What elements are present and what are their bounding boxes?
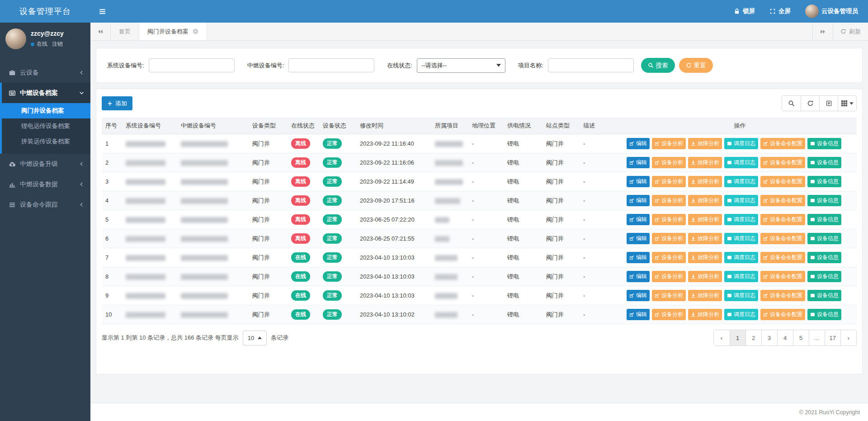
- edit-button[interactable]: 编辑: [627, 157, 650, 168]
- device-analysis-button[interactable]: 设备分析: [652, 195, 686, 206]
- fault-analysis-button[interactable]: 故障分析: [688, 214, 722, 225]
- edit-button[interactable]: 编辑: [627, 214, 650, 225]
- device-info-button[interactable]: 设备信息: [807, 214, 841, 225]
- fault-analysis-button[interactable]: 故障分析: [688, 176, 722, 187]
- tab-valve-well-archive[interactable]: 阀门井设备档案: [139, 23, 207, 40]
- device-info-button[interactable]: 设备信息: [807, 195, 841, 206]
- edit-button[interactable]: 编辑: [627, 271, 650, 282]
- tabs-scroll-left-button[interactable]: [90, 23, 111, 40]
- system-device-no-input[interactable]: [149, 58, 235, 72]
- dispatch-log-button[interactable]: 调度日志: [724, 214, 758, 225]
- page-button[interactable]: 2: [745, 330, 761, 345]
- device-analysis-button[interactable]: 设备分析: [652, 309, 686, 320]
- table-detail-view-button[interactable]: [819, 96, 838, 111]
- page-button[interactable]: 3: [761, 330, 777, 345]
- sidebar-item[interactable]: 中燃设备升级: [0, 154, 90, 174]
- device-info-button[interactable]: 设备信息: [807, 290, 841, 301]
- device-command-config-button[interactable]: 设备命令配置: [760, 195, 805, 206]
- edit-button[interactable]: 编辑: [627, 138, 650, 149]
- sidebar-item[interactable]: 中燃设备数据: [0, 174, 90, 194]
- tabs-scroll-right-button[interactable]: [812, 23, 833, 40]
- edit-button[interactable]: 编辑: [627, 176, 650, 187]
- page-button[interactable]: 5: [793, 330, 809, 345]
- page-button[interactable]: ›: [840, 330, 856, 345]
- sidebar-subitem[interactable]: 拼装远传设备档案: [2, 134, 90, 149]
- edit-button[interactable]: 编辑: [627, 252, 650, 263]
- table-columns-button[interactable]: [838, 96, 856, 111]
- edit-button[interactable]: 编辑: [627, 233, 650, 244]
- sidebar-item[interactable]: 设备命令跟踪: [0, 194, 90, 215]
- device-info-button[interactable]: 设备信息: [807, 138, 841, 149]
- dispatch-log-button[interactable]: 调度日志: [724, 233, 758, 244]
- device-info-button[interactable]: 设备信息: [807, 176, 841, 187]
- sidebar-item[interactable]: 中燃设备档案: [2, 83, 90, 103]
- dispatch-log-button[interactable]: 调度日志: [724, 138, 758, 149]
- device-analysis-button[interactable]: 设备分析: [652, 252, 686, 263]
- fault-analysis-button[interactable]: 故障分析: [688, 271, 722, 282]
- sidebar-subitem[interactable]: 锂电远传设备档案: [2, 118, 90, 134]
- page-button[interactable]: 1: [730, 330, 745, 345]
- edit-button[interactable]: 编辑: [627, 290, 650, 301]
- fault-analysis-button[interactable]: 故障分析: [688, 195, 722, 206]
- device-analysis-button[interactable]: 设备分析: [652, 214, 686, 225]
- device-command-config-button[interactable]: 设备命令配置: [760, 233, 805, 244]
- page-button[interactable]: 17: [825, 330, 840, 345]
- device-command-config-button[interactable]: 设备命令配置: [760, 157, 805, 168]
- dispatch-log-button[interactable]: 调度日志: [724, 271, 758, 282]
- page-button[interactable]: ...: [809, 330, 825, 345]
- fault-analysis-button[interactable]: 故障分析: [688, 252, 722, 263]
- lock-screen-button[interactable]: 锁屏: [734, 7, 755, 15]
- device-analysis-button[interactable]: 设备分析: [652, 176, 686, 187]
- device-command-config-button[interactable]: 设备命令配置: [760, 271, 805, 282]
- page-size-select[interactable]: 10: [243, 331, 267, 345]
- device-command-config-button[interactable]: 设备命令配置: [760, 138, 805, 149]
- tab-refresh-button[interactable]: 刷新: [833, 23, 868, 40]
- online-status-select[interactable]: --请选择--: [417, 58, 505, 73]
- device-info-button[interactable]: 设备信息: [807, 233, 841, 244]
- search-button[interactable]: 搜索: [641, 58, 675, 73]
- device-info-button[interactable]: 设备信息: [807, 309, 841, 320]
- fault-analysis-button[interactable]: 故障分析: [688, 309, 722, 320]
- close-icon[interactable]: [193, 28, 198, 34]
- device-command-config-button[interactable]: 设备命令配置: [760, 290, 805, 301]
- fault-analysis-button[interactable]: 故障分析: [688, 233, 722, 244]
- dispatch-log-button[interactable]: 调度日志: [724, 252, 758, 263]
- dispatch-log-button[interactable]: 调度日志: [724, 195, 758, 206]
- gas-device-no-input[interactable]: [288, 58, 374, 72]
- add-button[interactable]: 添加: [102, 96, 132, 110]
- fault-analysis-button[interactable]: 故障分析: [688, 138, 722, 149]
- device-command-config-button[interactable]: 设备命令配置: [760, 309, 805, 320]
- device-info-button[interactable]: 设备信息: [807, 157, 841, 168]
- device-command-config-button[interactable]: 设备命令配置: [760, 214, 805, 225]
- logout-link[interactable]: 注销: [52, 40, 63, 48]
- device-analysis-button[interactable]: 设备分析: [652, 290, 686, 301]
- device-command-config-button[interactable]: 设备命令配置: [760, 176, 805, 187]
- device-analysis-button[interactable]: 设备分析: [652, 138, 686, 149]
- page-button[interactable]: 4: [777, 330, 793, 345]
- sidebar-subitem[interactable]: 阀门井设备档案: [2, 103, 90, 118]
- sidebar-toggle-button[interactable]: [90, 0, 114, 23]
- user-menu[interactable]: 云设备管理员: [805, 5, 858, 18]
- tab-home[interactable]: 首页: [111, 23, 139, 40]
- dispatch-log-button[interactable]: 调度日志: [724, 176, 758, 187]
- page-button[interactable]: ‹: [714, 330, 730, 345]
- edit-button[interactable]: 编辑: [627, 195, 650, 206]
- reset-button[interactable]: 重置: [679, 58, 713, 73]
- fault-analysis-button[interactable]: 故障分析: [688, 157, 722, 168]
- device-info-button[interactable]: 设备信息: [807, 252, 841, 263]
- sidebar-item[interactable]: 云设备: [0, 62, 90, 83]
- edit-button[interactable]: 编辑: [627, 309, 650, 320]
- project-name-input[interactable]: [548, 58, 634, 72]
- table-refresh-button[interactable]: [801, 96, 819, 111]
- table-search-toggle-button[interactable]: [782, 96, 801, 111]
- dispatch-log-button[interactable]: 调度日志: [724, 309, 758, 320]
- device-analysis-button[interactable]: 设备分析: [652, 271, 686, 282]
- device-analysis-button[interactable]: 设备分析: [652, 157, 686, 168]
- device-info-button[interactable]: 设备信息: [807, 271, 841, 282]
- dispatch-log-button[interactable]: 调度日志: [724, 290, 758, 301]
- fault-analysis-button[interactable]: 故障分析: [688, 290, 722, 301]
- fullscreen-button[interactable]: 全屏: [769, 7, 791, 15]
- device-analysis-button[interactable]: 设备分析: [652, 233, 686, 244]
- device-command-config-button[interactable]: 设备命令配置: [760, 252, 805, 263]
- dispatch-log-button[interactable]: 调度日志: [724, 157, 758, 168]
